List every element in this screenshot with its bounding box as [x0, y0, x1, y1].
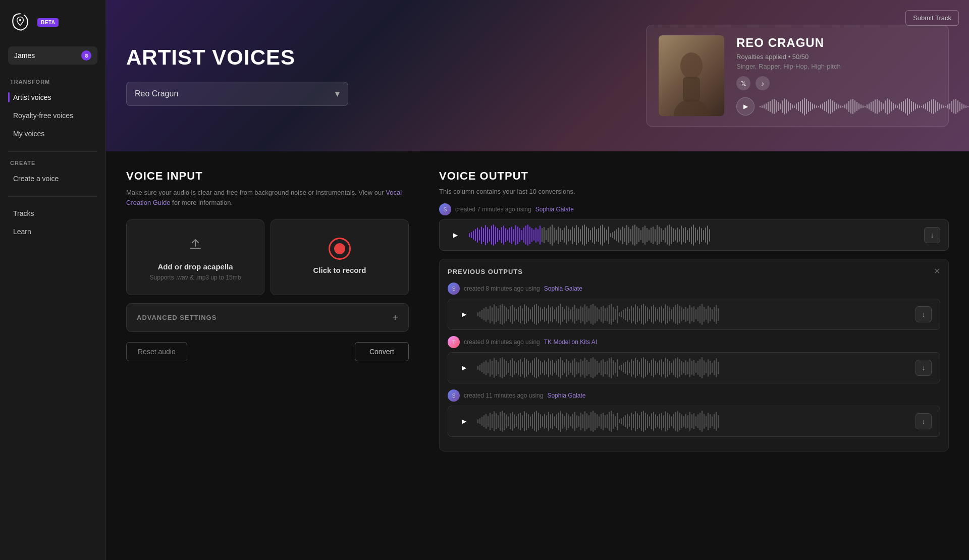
hero-section: ARTIST VOICES Reo Cragun ▾ Submit Track	[106, 0, 969, 151]
download-button-2[interactable]: ↓	[916, 360, 932, 376]
svg-rect-2	[683, 77, 700, 102]
user-settings-icon[interactable]: ⚙	[81, 50, 91, 61]
previous-output-2: T created 9 minutes ago using TK Model o…	[448, 336, 940, 383]
download-button-3[interactable]: ↓	[916, 413, 932, 429]
artist-tags: Singer, Rapper, Hip-Hop, High-pitch	[736, 63, 969, 70]
create-label: CREATE	[8, 160, 97, 166]
current-output-item: S created 7 minutes ago using Sophia Gal…	[439, 203, 949, 251]
divider-2	[8, 196, 97, 197]
sidebar-item-learn[interactable]: Learn	[8, 223, 97, 240]
advanced-settings-panel[interactable]: ADVANCED SETTINGS +	[126, 303, 409, 332]
input-panels: Add or drop acapella Supports .wav & .mp…	[126, 219, 409, 295]
download-button-1[interactable]: ↓	[916, 306, 932, 322]
voice-output-section: VOICE OUTPUT This column contains your l…	[439, 170, 949, 452]
user-row[interactable]: James ⚙	[8, 46, 97, 65]
divider	[8, 151, 97, 152]
sidebar-item-label: Artist voices	[13, 93, 51, 101]
sidebar-item-my-voices[interactable]: My voices	[8, 125, 97, 142]
voice-select-dropdown[interactable]: Reo Cragun ▾	[126, 82, 348, 106]
record-panel[interactable]: Click to record	[271, 219, 409, 295]
avatar: S	[448, 389, 460, 402]
record-panel-title: Click to record	[313, 266, 366, 274]
convert-button[interactable]: Convert	[355, 342, 409, 361]
user-name: James	[14, 51, 35, 60]
sidebar-item-label: Create a voice	[13, 175, 59, 183]
svg-point-0	[19, 19, 21, 21]
reset-audio-button[interactable]: Reset audio	[126, 342, 187, 361]
avatar: T	[448, 336, 460, 348]
artist-royalties: Royalties applied • 50/50	[736, 53, 969, 61]
artist-card: Submit Track REO CRAGUN Royalties applie…	[646, 25, 949, 127]
voice-input-section: VOICE INPUT Make sure your audio is clea…	[126, 170, 409, 361]
chevron-down-icon: ▾	[335, 88, 340, 99]
beta-badge: BETA	[37, 18, 59, 27]
sidebar-item-artist-voices[interactable]: Artist voices	[8, 89, 97, 106]
output-play-button-3[interactable]: ▶	[456, 414, 471, 429]
output-play-button[interactable]: ▶	[448, 228, 463, 243]
output-meta-1: S created 8 minutes ago using Sophia Gal…	[448, 283, 940, 295]
avatar: S	[448, 283, 460, 295]
submit-track-button[interactable]: Submit Track	[905, 10, 959, 26]
avatar: S	[439, 203, 451, 215]
logo-area: BETA	[8, 10, 97, 34]
artist-social: 𝕏 ♪	[736, 76, 969, 90]
output-player-2: ▶ ↓	[448, 352, 940, 383]
waveform-hero	[760, 97, 969, 116]
output-play-button-2[interactable]: ▶	[456, 360, 471, 375]
sidebar-item-label: Royalty-free voices	[13, 111, 73, 120]
action-row: Reset audio Convert	[126, 342, 409, 361]
waveform-prev-1	[477, 304, 909, 324]
voice-output-title: VOICE OUTPUT	[439, 170, 949, 183]
author-link-2[interactable]: TK Model on Kits AI	[544, 339, 597, 346]
sidebar-item-label: Learn	[13, 228, 31, 236]
previous-output-3: S created 11 minutes ago using Sophia Ga…	[448, 389, 940, 437]
previous-outputs-title: PREVIOUS OUTPUTS	[448, 268, 523, 275]
sidebar-item-tracks[interactable]: Tracks	[8, 205, 97, 222]
author-link-3[interactable]: Sophia Galate	[547, 392, 585, 399]
waveform-prev-2	[477, 358, 909, 378]
hero-title-section: ARTIST VOICES Reo Cragun ▾	[126, 45, 328, 106]
output-player-1: ▶ ↓	[448, 299, 940, 330]
play-button[interactable]: ▶	[736, 97, 755, 116]
logo-icon	[8, 10, 32, 34]
waveform-prev-3	[477, 411, 909, 431]
upload-panel[interactable]: Add or drop acapella Supports .wav & .mp…	[126, 219, 264, 295]
artist-audio-player: ▶	[736, 97, 969, 116]
spotify-icon[interactable]: ♪	[756, 76, 770, 90]
close-button[interactable]: ✕	[934, 267, 940, 275]
author-link[interactable]: Sophia Galate	[535, 206, 574, 213]
output-desc: This column contains your last 10 conver…	[439, 188, 949, 195]
artist-photo	[659, 35, 724, 116]
sidebar-item-royalty-free[interactable]: Royalty-free voices	[8, 107, 97, 124]
upload-icon	[186, 234, 204, 256]
author-link-1[interactable]: Sophia Galate	[544, 285, 582, 292]
download-button[interactable]: ↓	[924, 227, 940, 243]
transform-label: TRANSFORM	[8, 79, 97, 85]
voice-input-title: VOICE INPUT	[126, 170, 409, 183]
output-play-button-1[interactable]: ▶	[456, 307, 471, 322]
advanced-settings-label: ADVANCED SETTINGS	[137, 314, 217, 321]
artist-info: REO CRAGUN Royalties applied • 50/50 Sin…	[736, 36, 969, 116]
sidebar-item-label: My voices	[13, 130, 44, 138]
previous-outputs-header: PREVIOUS OUTPUTS ✕	[448, 267, 940, 275]
output-meta-2: T created 9 minutes ago using TK Model o…	[448, 336, 940, 348]
output-player-3: ▶ ↓	[448, 406, 940, 437]
content-area: VOICE INPUT Make sure your audio is clea…	[106, 151, 969, 560]
svg-point-1	[680, 52, 703, 79]
waveform-current	[469, 225, 918, 245]
output-meta-3: S created 11 minutes ago using Sophia Ga…	[448, 389, 940, 402]
page-title: ARTIST VOICES	[126, 45, 328, 70]
sidebar-item-create-voice[interactable]: Create a voice	[8, 170, 97, 187]
sidebar: BETA James ⚙ TRANSFORM Artist voices Roy…	[0, 0, 106, 560]
record-dot	[334, 243, 345, 254]
twitter-icon[interactable]: 𝕏	[736, 76, 750, 90]
output-meta: S created 7 minutes ago using Sophia Gal…	[439, 203, 949, 215]
previous-outputs-panel: PREVIOUS OUTPUTS ✕ S created 8 minutes a…	[439, 259, 949, 452]
upload-panel-title: Add or drop acapella	[157, 262, 233, 271]
previous-output-1: S created 8 minutes ago using Sophia Gal…	[448, 283, 940, 330]
artist-name: REO CRAGUN	[736, 36, 969, 50]
voice-input-desc: Make sure your audio is clear and free f…	[126, 188, 409, 207]
expand-icon: +	[392, 312, 398, 323]
output-player: ▶ ↓	[439, 219, 949, 251]
main-content: ARTIST VOICES Reo Cragun ▾ Submit Track	[106, 0, 969, 560]
